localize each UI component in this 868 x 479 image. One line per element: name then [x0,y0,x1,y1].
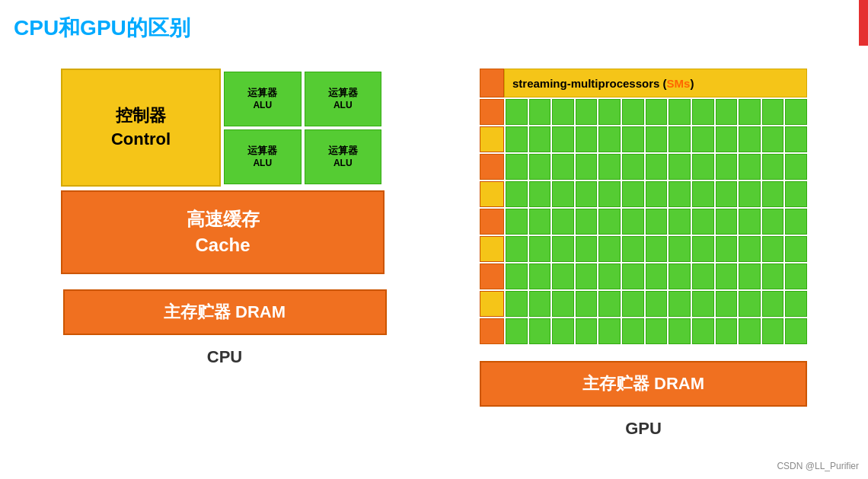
control-box: 控制器 Control [61,69,221,187]
gpu-cell [739,263,761,289]
gpu-cell [785,126,807,152]
gpu-cell [739,154,761,180]
gpu-cell [762,154,784,180]
gpu-cell [622,154,644,180]
gpu-cell [716,126,738,152]
gpu-cell [762,181,784,207]
gpu-diagram: streaming-multiprocessors (SMs) 主存贮器 DRA… [480,69,807,439]
sm-label-close: ) [690,77,694,90]
gpu-cell [692,209,714,235]
gpu-cell [622,209,644,235]
red-bar [859,0,868,46]
gpu-cell [785,209,807,235]
gpu-cell [529,209,551,235]
gpu-cell [669,154,691,180]
gpu-cell [692,236,714,262]
gpu-cell [552,318,574,344]
gpu-row [480,291,807,317]
gpu-cell [762,99,784,125]
gpu-cell [552,236,574,262]
gpu-cell [785,236,807,262]
gpu-cell [598,236,621,262]
gpu-cell [506,209,528,235]
gpu-cell [716,236,738,262]
gpu-cell [785,181,807,207]
gpu-cell [598,209,621,235]
gpu-left-cell [480,291,504,317]
alu-box-4: 运算器 ALU [305,129,382,184]
gpu-left-cell [480,181,504,207]
gpu-left-cell [480,236,504,262]
gpu-row [480,263,807,289]
gpu-cell [762,209,784,235]
alu-grid: 运算器 ALU 运算器 ALU 运算器 ALU 运算器 ALU [221,69,385,187]
gpu-cell [716,291,738,317]
gpu-cell [646,181,668,207]
gpu-cell [669,318,691,344]
sm-sms: SMs [667,77,691,90]
gpu-cell [529,126,551,152]
gpu-cell [739,209,761,235]
gpu-cell [646,263,668,289]
gpu-cell [506,291,528,317]
gpu-cell [669,126,691,152]
gpu-cell [692,263,714,289]
gpu-cell [506,181,528,207]
gpu-cell [552,181,574,207]
gpu-cell [692,181,714,207]
cpu-label: CPU [207,347,242,367]
gpu-cell [739,181,761,207]
gpu-green-cells [506,318,807,344]
gpu-cell [576,126,598,152]
gpu-cell [598,154,621,180]
gpu-cell [716,318,738,344]
gpu-cell [669,209,691,235]
alu-box-1: 运算器 ALU [224,72,302,126]
gpu-cell [739,99,761,125]
sm-label-row: streaming-multiprocessors (SMs) [480,69,807,97]
gpu-left-cell [480,154,504,180]
gpu-green-cells [506,209,807,235]
gpu-row [480,154,807,180]
gpu-cell [598,126,621,152]
gpu-green-cells [506,263,807,289]
gpu-cell [785,154,807,180]
gpu-cell [646,99,668,125]
gpu-cell [716,154,738,180]
gpu-cell [716,263,738,289]
gpu-grid-area [480,99,807,346]
gpu-row [480,209,807,235]
sm-orange-cell [480,69,504,97]
gpu-cell [576,318,598,344]
gpu-cell [552,263,574,289]
gpu-green-cells [506,126,807,152]
gpu-cell [739,236,761,262]
gpu-cell [598,291,621,317]
watermark: CSDN @LL_Purifier [777,461,859,471]
gpu-cell [506,263,528,289]
gpu-cell [622,236,644,262]
gpu-cell [622,181,644,207]
gpu-cell [646,236,668,262]
gpu-cell [669,181,691,207]
gpu-cell [576,99,598,125]
gpu-cell [692,126,714,152]
gpu-cell [506,318,528,344]
gpu-cell [576,209,598,235]
gpu-cell [529,318,551,344]
gpu-cell [622,263,644,289]
gpu-cell [785,99,807,125]
gpu-cell [598,99,621,125]
gpu-cell [576,154,598,180]
gpu-cell [529,236,551,262]
gpu-cell [529,263,551,289]
gpu-cell [622,99,644,125]
gpu-green-cells [506,236,807,262]
gpu-cell [529,99,551,125]
gpu-cell [622,291,644,317]
gpu-cell [739,126,761,152]
gpu-cell [762,318,784,344]
gpu-row [480,126,807,152]
gpu-dram-box: 主存贮器 DRAM [480,361,807,407]
gpu-cell [622,126,644,152]
